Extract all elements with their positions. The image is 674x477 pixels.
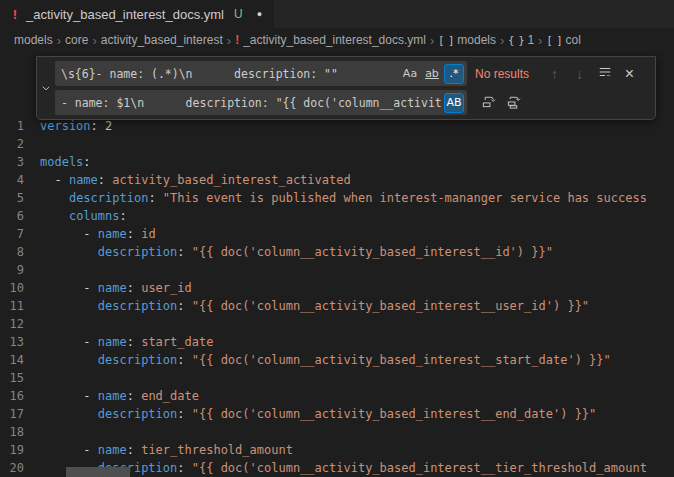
find-row: \s{6}- name: (.*)\n description: "" Aa a…: [55, 61, 651, 86]
replace-all-icon: [506, 94, 521, 112]
breadcrumb-item-col[interactable]: [ ]col: [546, 33, 580, 47]
code-text: columns:: [40, 207, 127, 225]
line-number: 14: [0, 351, 40, 369]
next-match-button[interactable]: ↓: [568, 62, 591, 85]
selection-lines-icon: [598, 65, 612, 82]
code-text: - name: start_date: [40, 333, 213, 351]
editor-tab[interactable]: ! _activity_based_interest_docs.yml U ●: [0, 0, 274, 28]
previous-match-button[interactable]: ↑: [543, 62, 566, 85]
line-number: 17: [0, 405, 40, 423]
breadcrumb-label: activity_based_interest: [101, 33, 223, 47]
code-text: description: "{{ doc('column__activity_b…: [40, 297, 589, 315]
tab-bar: ! _activity_based_interest_docs.yml U ●: [0, 0, 674, 28]
symbol-icon: [ ]: [438, 35, 453, 46]
code-text: description: "{{ doc('column__activity_b…: [40, 243, 553, 261]
line-number: 8: [0, 243, 40, 261]
code-line[interactable]: 16 - name: end_date: [0, 387, 674, 405]
breadcrumb-separator-icon: ›: [57, 33, 61, 48]
editor[interactable]: \s{6}- name: (.*)\n description: "" Aa a…: [0, 52, 674, 477]
code-line[interactable]: 6 columns:: [0, 207, 674, 225]
code-line[interactable]: 11 description: "{{ doc('column__activit…: [0, 297, 674, 315]
chevron-down-icon: [41, 79, 51, 97]
code-text: description: "This event is published wh…: [40, 189, 647, 207]
breadcrumb-label: 1: [527, 33, 534, 47]
code-line[interactable]: 10 - name: user_id: [0, 279, 674, 297]
preserve-case-button[interactable]: AB: [444, 93, 464, 113]
find-input[interactable]: \s{6}- name: (.*)\n description: "" Aa a…: [55, 61, 467, 86]
git-status-badge: U: [234, 7, 243, 21]
code-line[interactable]: 17 description: "{{ doc('column__activit…: [0, 405, 674, 423]
line-number: 2: [0, 135, 40, 153]
breadcrumb-item--activity-based-interest-docs-yml[interactable]: !_activity_based_interest_docs.yml: [235, 33, 426, 47]
code-line[interactable]: 7 - name: id: [0, 225, 674, 243]
line-number: 18: [0, 423, 40, 441]
code-line[interactable]: 9: [0, 261, 674, 279]
toggle-replace-button[interactable]: [37, 61, 55, 115]
code-line[interactable]: 18: [0, 423, 674, 441]
code-line[interactable]: 19 - name: tier_threshold_amount: [0, 441, 674, 459]
breadcrumb-item-1[interactable]: { }1: [508, 33, 534, 47]
breadcrumb-label: _activity_based_interest_docs.yml: [243, 33, 426, 47]
code-line[interactable]: 13 - name: start_date: [0, 333, 674, 351]
breadcrumb-separator-icon: ›: [430, 33, 434, 48]
code-line[interactable]: 2: [0, 135, 674, 153]
whole-word-button[interactable]: ab: [422, 64, 442, 84]
arrow-down-icon: ↓: [576, 66, 583, 82]
breadcrumb-item-activity-based-interest[interactable]: activity_based_interest: [101, 33, 223, 47]
code-text: description: "{{ doc('column__activity_b…: [40, 405, 596, 423]
regex-button[interactable]: .*: [444, 64, 464, 84]
code-line[interactable]: 5 description: "This event is published …: [0, 189, 674, 207]
line-number: 13: [0, 333, 40, 351]
breadcrumb-item-models[interactable]: [ ]models: [438, 33, 496, 47]
breadcrumb-separator-icon: ›: [500, 33, 504, 48]
replace-icon: [481, 94, 496, 112]
breadcrumb-separator-icon: ›: [227, 33, 231, 48]
line-number: 11: [0, 297, 40, 315]
line-number: 20: [0, 459, 40, 477]
code-text: - name: end_date: [40, 387, 199, 405]
replace-input[interactable]: - name: $1\n description: "{{ doc('colum…: [55, 90, 467, 115]
breadcrumb-item-models[interactable]: models: [14, 33, 53, 47]
match-case-button[interactable]: Aa: [400, 64, 420, 84]
code-text: description: "{{ doc('column__activity_b…: [40, 351, 611, 369]
line-number: 10: [0, 279, 40, 297]
breadcrumb-label: col: [566, 33, 581, 47]
line-number: 15: [0, 369, 40, 387]
symbol-icon: { }: [508, 35, 523, 46]
yaml-file-icon: !: [10, 7, 20, 22]
code-line[interactable]: 4 - name: activity_based_interest_activa…: [0, 171, 674, 189]
tab-title: _activity_based_interest_docs.yml: [26, 7, 224, 22]
line-number: 9: [0, 261, 40, 279]
replace-input-value[interactable]: - name: $1\n description: "{{ doc('colum…: [61, 96, 442, 110]
breadcrumb-label: core: [65, 33, 88, 47]
code-text: - name: id: [40, 225, 156, 243]
horizontal-scrollbar-thumb[interactable]: [66, 467, 130, 477]
find-input-value[interactable]: \s{6}- name: (.*)\n description: "": [61, 67, 398, 81]
yaml-file-icon: !: [235, 33, 239, 47]
code-line[interactable]: 8 description: "{{ doc('column__activity…: [0, 243, 674, 261]
replace-all-button[interactable]: [502, 91, 525, 114]
find-in-selection-button[interactable]: [593, 62, 616, 85]
results-count: No results: [475, 67, 533, 81]
code-text: - name: activity_based_interest_activate…: [40, 171, 351, 189]
code-line[interactable]: 14 description: "{{ doc('column__activit…: [0, 351, 674, 369]
breadcrumb-item-core[interactable]: core: [65, 33, 88, 47]
find-replace-widget: \s{6}- name: (.*)\n description: "" Aa a…: [36, 56, 656, 120]
code-line[interactable]: 3models:: [0, 153, 674, 171]
code-text: - name: user_id: [40, 279, 192, 297]
line-number: 4: [0, 171, 40, 189]
line-number: 5: [0, 189, 40, 207]
breadcrumb: models›core›activity_based_interest›!_ac…: [0, 28, 674, 52]
code-line[interactable]: 12: [0, 315, 674, 333]
code-line[interactable]: 15: [0, 369, 674, 387]
code-text: models:: [40, 153, 91, 171]
replace-button[interactable]: [477, 91, 500, 114]
close-button[interactable]: ×: [618, 62, 641, 85]
line-number: 6: [0, 207, 40, 225]
line-number: 19: [0, 441, 40, 459]
close-icon: ×: [625, 65, 634, 83]
unsaved-dot-icon[interactable]: ●: [257, 9, 262, 19]
breadcrumb-label: models: [457, 33, 496, 47]
breadcrumb-separator-icon: ›: [92, 33, 96, 48]
breadcrumb-separator-icon: ›: [538, 33, 542, 48]
